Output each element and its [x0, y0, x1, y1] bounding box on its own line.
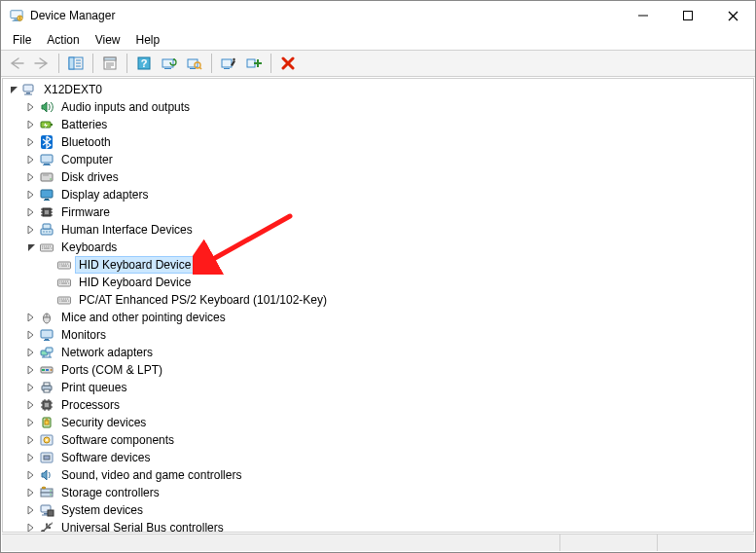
tree-category-node[interactable]: Sound, video and game controllers: [24, 466, 753, 484]
tree-device-node[interactable]: HID Keyboard Device: [42, 274, 753, 291]
content-area: X12DEXT0Audio inputs and outputsBatterie…: [2, 78, 754, 533]
tree-category-label: Bluetooth: [58, 134, 114, 150]
tree-category-node[interactable]: Computer: [24, 151, 753, 168]
tree-category-node[interactable]: Firmware: [24, 203, 753, 221]
system-icon: [39, 502, 54, 518]
svg-rect-25: [190, 68, 196, 69]
tree-category-node[interactable]: Software components: [24, 431, 753, 449]
tree-category-node[interactable]: Security devices: [24, 414, 753, 431]
tree-category-node[interactable]: Print queues: [24, 379, 753, 396]
tree-collapse-arrow[interactable]: [7, 83, 20, 96]
svg-rect-35: [26, 92, 30, 94]
menubar: File Action View Help: [1, 30, 755, 50]
tree-expand-arrow[interactable]: [24, 153, 38, 166]
tree-category-node[interactable]: Universal Serial Bus controllers: [24, 519, 753, 532]
menu-view[interactable]: View: [88, 31, 128, 49]
status-cell: [2, 535, 559, 551]
tree-expand-arrow[interactable]: [24, 503, 38, 517]
toolbar-back-button[interactable]: [5, 53, 28, 74]
menu-action[interactable]: Action: [39, 31, 87, 49]
toolbar-console-tree-button[interactable]: [64, 53, 88, 74]
tree-expand-arrow[interactable]: [24, 100, 38, 114]
tree-expand-arrow[interactable]: [24, 381, 38, 394]
tree-expand-arrow[interactable]: [24, 135, 38, 149]
svg-rect-91: [61, 299, 62, 300]
tree-category-node[interactable]: Disk drives: [24, 168, 753, 186]
tree-category-node[interactable]: Ports (COM & LPT): [24, 361, 753, 379]
tree-expand-arrow[interactable]: [24, 118, 38, 131]
svg-rect-90: [59, 299, 60, 300]
svg-rect-78: [61, 266, 67, 267]
menu-file[interactable]: File: [5, 31, 39, 49]
svg-point-130: [46, 439, 48, 441]
tree-category-node[interactable]: Batteries: [24, 116, 753, 133]
chip-icon: [39, 204, 54, 220]
storage-icon: [39, 485, 54, 500]
tree-expand-arrow[interactable]: [24, 170, 38, 184]
toolbar-properties-button[interactable]: [98, 53, 122, 74]
maximize-button[interactable]: [666, 1, 710, 30]
tree-expand-arrow[interactable]: [24, 398, 38, 412]
close-button[interactable]: [710, 1, 755, 30]
svg-rect-7: [684, 12, 693, 20]
tree-category-node[interactable]: Monitors: [24, 326, 753, 344]
tree-expand-arrow[interactable]: [24, 188, 38, 202]
tree-category-node[interactable]: Software devices: [24, 449, 753, 466]
svg-rect-127: [45, 421, 49, 424]
device-tree[interactable]: X12DEXT0Audio inputs and outputsBatterie…: [3, 79, 753, 532]
speaker-icon: [39, 99, 54, 115]
tree-expand-arrow[interactable]: [24, 486, 38, 499]
tree-expand-arrow[interactable]: [24, 346, 38, 359]
tree-expand-arrow[interactable]: [24, 451, 38, 464]
svg-point-136: [50, 494, 51, 495]
tree-expand-arrow[interactable]: [24, 328, 38, 342]
toolbar-disable-button[interactable]: [217, 53, 240, 74]
tree-category-node[interactable]: Network adapters: [24, 344, 753, 361]
toolbar-separator: [92, 54, 93, 73]
keyboard-icon: [56, 292, 72, 308]
tree-expand-arrow[interactable]: [24, 433, 38, 447]
tree-expand-arrow[interactable]: [24, 205, 38, 219]
toolbar-scan-button[interactable]: [183, 53, 206, 74]
tree-category-node[interactable]: Storage controllers: [24, 484, 753, 501]
minimize-button[interactable]: [621, 1, 666, 30]
tree-device-node[interactable]: HID Keyboard Device: [42, 256, 753, 274]
toolbar-add-legacy-button[interactable]: [242, 53, 266, 74]
svg-rect-29: [224, 68, 230, 69]
tree-category-label: Batteries: [58, 117, 110, 132]
svg-point-44: [50, 178, 52, 180]
tree-category-node[interactable]: Audio inputs and outputs: [24, 98, 753, 116]
toolbar-help-button[interactable]: ?: [132, 53, 156, 74]
tree-category-node[interactable]: System devices: [24, 501, 753, 519]
toolbar-uninstall-button[interactable]: [276, 53, 300, 74]
tree-collapse-arrow[interactable]: [24, 240, 38, 254]
tree-expand-arrow[interactable]: [24, 223, 38, 237]
tree-category-label: Storage controllers: [58, 485, 162, 500]
tree-category-node[interactable]: Mice and other pointing devices: [24, 309, 753, 326]
svg-rect-84: [65, 281, 66, 282]
tree-expand-arrow[interactable]: [24, 416, 38, 429]
tree-category-node[interactable]: Processors: [24, 396, 753, 414]
tree-expand-arrow[interactable]: [24, 363, 38, 377]
tree-device-label: HID Keyboard Device: [76, 275, 194, 290]
tree-category-node[interactable]: Keyboards: [24, 239, 753, 256]
menu-help[interactable]: Help: [128, 31, 168, 49]
svg-rect-94: [67, 299, 68, 300]
tree-expand-arrow[interactable]: [24, 468, 38, 482]
tree-root-node[interactable]: X12DEXT0: [7, 81, 753, 98]
tree-category-node[interactable]: Bluetooth: [24, 133, 753, 151]
statusbar: [2, 534, 754, 551]
svg-rect-83: [63, 281, 64, 282]
toolbar-forward-button[interactable]: [30, 53, 54, 74]
svg-rect-77: [59, 266, 60, 267]
toolbar-update-button[interactable]: [158, 53, 181, 74]
tree-expand-arrow[interactable]: [24, 521, 38, 532]
tree-category-label: Sound, video and game controllers: [58, 467, 244, 483]
tree-category-node[interactable]: Display adapters: [24, 186, 753, 203]
toolbar-separator: [126, 54, 127, 73]
svg-rect-138: [44, 513, 48, 515]
tree-expand-arrow[interactable]: [24, 311, 38, 324]
tree-category-node[interactable]: Human Interface Devices: [24, 221, 753, 239]
tree-device-node[interactable]: PC/AT Enhanced PS/2 Keyboard (101/102-Ke…: [42, 291, 753, 309]
svg-line-27: [199, 67, 201, 69]
